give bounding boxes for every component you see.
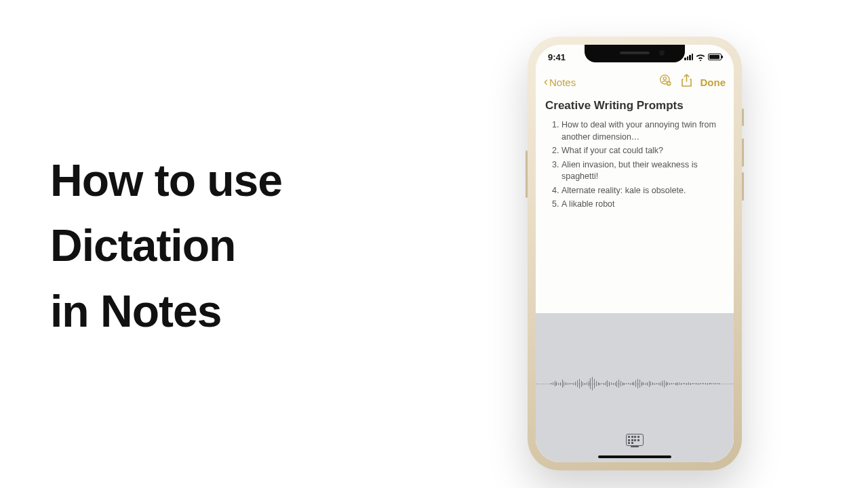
power-button — [526, 150, 528, 198]
cellular-signal-icon — [684, 54, 693, 60]
list-item: A likable robot — [561, 199, 724, 211]
share-icon — [681, 74, 692, 87]
dictation-waveform — [536, 370, 734, 397]
mute-switch — [742, 108, 744, 126]
headline-line3: in Notes — [50, 279, 430, 344]
status-icons — [684, 54, 722, 61]
dictation-panel — [536, 313, 734, 462]
add-person-button[interactable] — [659, 74, 673, 90]
battery-icon — [708, 54, 722, 60]
status-time: 9:41 — [548, 52, 566, 62]
front-camera — [659, 50, 665, 56]
back-button[interactable]: ‹ Notes — [544, 75, 576, 89]
share-button[interactable] — [681, 74, 692, 90]
list-item: What if your cat could talk? — [561, 145, 724, 157]
keyboard-toggle-button[interactable] — [626, 434, 644, 446]
back-label: Notes — [549, 77, 576, 88]
volume-down-button — [742, 172, 744, 201]
headline-line2: Dictation — [50, 213, 430, 278]
note-title: Creative Writing Prompts — [545, 99, 724, 113]
list-item: How to deal with your annoying twin from… — [561, 119, 724, 143]
phone-device: 9:41 ‹ Notes — [528, 37, 742, 470]
speaker-slot — [620, 52, 650, 54]
volume-up-button — [742, 138, 744, 167]
wifi-icon — [696, 54, 705, 61]
headline-line1: How to use — [50, 148, 430, 213]
note-ordered-list: How to deal with your annoying twin from… — [545, 119, 724, 211]
done-button[interactable]: Done — [701, 77, 726, 88]
notch — [585, 45, 685, 62]
list-item: Alternate reality: kale is obsolete. — [561, 185, 724, 197]
phone-screen: 9:41 ‹ Notes — [536, 45, 734, 462]
chevron-left-icon: ‹ — [544, 75, 548, 89]
list-item: Alien invasion, but their weakness is sp… — [561, 159, 724, 183]
tutorial-headline: How to use Dictation in Notes — [50, 148, 430, 344]
svg-point-1 — [663, 77, 666, 80]
home-indicator[interactable] — [598, 455, 671, 458]
person-add-icon — [659, 74, 673, 87]
notes-nav-bar: ‹ Notes Done — [536, 70, 734, 94]
